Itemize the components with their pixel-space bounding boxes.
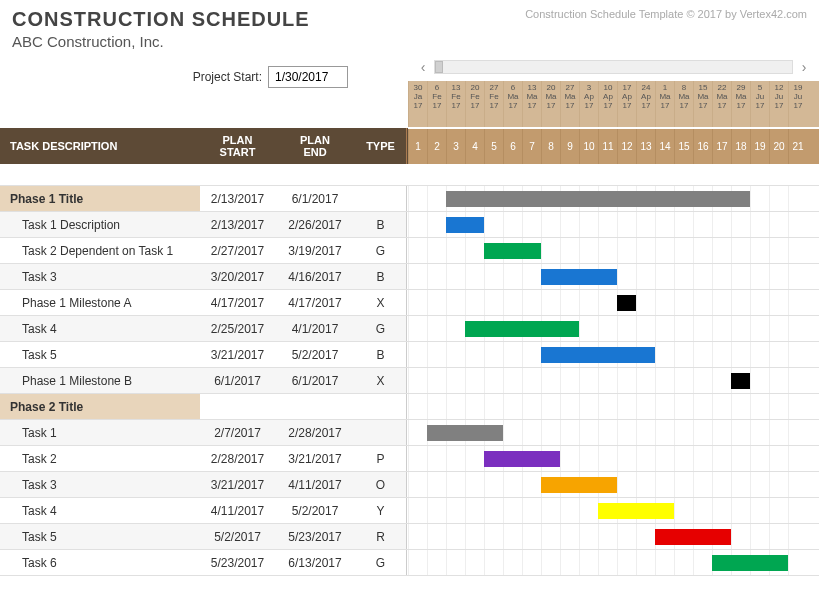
- task-type[interactable]: P: [355, 446, 407, 471]
- task-row[interactable]: Task 33/21/20174/11/2017O: [0, 472, 408, 498]
- task-desc[interactable]: Phase 1 Milestone A: [0, 290, 200, 315]
- gantt-bar[interactable]: [598, 503, 674, 519]
- task-desc[interactable]: Task 6: [0, 550, 200, 575]
- task-start[interactable]: 3/20/2017: [200, 264, 275, 289]
- task-type[interactable]: G: [355, 550, 407, 575]
- task-type[interactable]: [355, 186, 407, 211]
- col-header-desc: TASK DESCRIPTION: [0, 128, 200, 164]
- task-end[interactable]: 2/28/2017: [275, 420, 355, 445]
- task-start[interactable]: 2/13/2017: [200, 186, 275, 211]
- task-type[interactable]: Y: [355, 498, 407, 523]
- gantt-bar[interactable]: [731, 373, 750, 389]
- task-desc[interactable]: Task 1 Description: [0, 212, 200, 237]
- task-start[interactable]: 2/25/2017: [200, 316, 275, 341]
- task-type[interactable]: B: [355, 264, 407, 289]
- task-type[interactable]: [355, 394, 407, 419]
- gantt-bar[interactable]: [446, 217, 484, 233]
- task-desc[interactable]: Task 2: [0, 446, 200, 471]
- task-row[interactable]: Task 65/23/20176/13/2017G: [0, 550, 408, 576]
- task-end[interactable]: 5/23/2017: [275, 524, 355, 549]
- horizontal-scrollbar[interactable]: ‹ ›: [408, 54, 819, 80]
- task-row[interactable]: Task 1 Description2/13/20172/26/2017B: [0, 212, 408, 238]
- phase-row[interactable]: Phase 2 Title: [0, 394, 408, 420]
- task-start[interactable]: 4/11/2017: [200, 498, 275, 523]
- task-type[interactable]: G: [355, 238, 407, 263]
- scroll-thumb[interactable]: [435, 61, 443, 73]
- gantt-bar[interactable]: [484, 243, 541, 259]
- gantt-bar[interactable]: [484, 451, 560, 467]
- task-row[interactable]: Task 12/7/20172/28/2017: [0, 420, 408, 446]
- gantt-bar[interactable]: [617, 295, 636, 311]
- task-start[interactable]: 3/21/2017: [200, 472, 275, 497]
- gantt-bar[interactable]: [655, 529, 731, 545]
- scroll-left-icon[interactable]: ‹: [414, 58, 432, 76]
- gantt-bar[interactable]: [712, 555, 788, 571]
- task-type[interactable]: G: [355, 316, 407, 341]
- phase-row[interactable]: Phase 1 Title2/13/20176/1/2017: [0, 186, 408, 212]
- task-end[interactable]: 6/1/2017: [275, 368, 355, 393]
- task-end[interactable]: 6/13/2017: [275, 550, 355, 575]
- task-desc[interactable]: Task 1: [0, 420, 200, 445]
- task-start[interactable]: 6/1/2017: [200, 368, 275, 393]
- task-end[interactable]: 4/11/2017: [275, 472, 355, 497]
- gantt-bar[interactable]: [541, 269, 617, 285]
- task-type[interactable]: X: [355, 368, 407, 393]
- task-desc[interactable]: Phase 2 Title: [0, 394, 200, 419]
- task-desc[interactable]: Phase 1 Title: [0, 186, 200, 211]
- task-desc[interactable]: Task 4: [0, 498, 200, 523]
- task-start[interactable]: 2/27/2017: [200, 238, 275, 263]
- task-row[interactable]: Phase 1 Milestone A4/17/20174/17/2017X: [0, 290, 408, 316]
- task-desc[interactable]: Task 5: [0, 524, 200, 549]
- task-type[interactable]: B: [355, 212, 407, 237]
- task-end[interactable]: 3/21/2017: [275, 446, 355, 471]
- task-row[interactable]: Task 33/20/20174/16/2017B: [0, 264, 408, 290]
- gantt-cell: [750, 290, 769, 315]
- task-row[interactable]: Task 2 Dependent on Task 12/27/20173/19/…: [0, 238, 408, 264]
- task-start[interactable]: 4/17/2017: [200, 290, 275, 315]
- scroll-track[interactable]: [434, 60, 793, 74]
- task-row[interactable]: Phase 1 Milestone B6/1/20176/1/2017X: [0, 368, 408, 394]
- task-desc[interactable]: Task 3: [0, 472, 200, 497]
- task-start[interactable]: [200, 394, 275, 419]
- task-type[interactable]: B: [355, 342, 407, 367]
- gantt-cell: [655, 290, 674, 315]
- task-desc[interactable]: Task 2 Dependent on Task 1: [0, 238, 200, 263]
- task-type[interactable]: [355, 420, 407, 445]
- task-end[interactable]: 3/19/2017: [275, 238, 355, 263]
- task-end[interactable]: 5/2/2017: [275, 498, 355, 523]
- task-start[interactable]: 5/2/2017: [200, 524, 275, 549]
- gantt-bar[interactable]: [446, 191, 750, 207]
- task-type[interactable]: X: [355, 290, 407, 315]
- task-end[interactable]: 6/1/2017: [275, 186, 355, 211]
- task-type[interactable]: O: [355, 472, 407, 497]
- task-end[interactable]: [275, 394, 355, 419]
- task-start[interactable]: 2/13/2017: [200, 212, 275, 237]
- task-end[interactable]: 4/17/2017: [275, 290, 355, 315]
- task-end[interactable]: 4/1/2017: [275, 316, 355, 341]
- task-start[interactable]: 2/7/2017: [200, 420, 275, 445]
- project-start-input[interactable]: [268, 66, 348, 88]
- task-start[interactable]: 5/23/2017: [200, 550, 275, 575]
- task-end[interactable]: 4/16/2017: [275, 264, 355, 289]
- gantt-bar[interactable]: [541, 477, 617, 493]
- task-desc[interactable]: Task 3: [0, 264, 200, 289]
- task-row[interactable]: Task 22/28/20173/21/2017P: [0, 446, 408, 472]
- gantt-cell: [560, 238, 579, 263]
- gantt-bar[interactable]: [541, 347, 655, 363]
- gantt-cell: [522, 498, 541, 523]
- task-row[interactable]: Task 42/25/20174/1/2017G: [0, 316, 408, 342]
- task-desc[interactable]: Phase 1 Milestone B: [0, 368, 200, 393]
- task-desc[interactable]: Task 5: [0, 342, 200, 367]
- gantt-bar[interactable]: [427, 425, 503, 441]
- scroll-right-icon[interactable]: ›: [795, 58, 813, 76]
- task-row[interactable]: Task 44/11/20175/2/2017Y: [0, 498, 408, 524]
- task-desc[interactable]: Task 4: [0, 316, 200, 341]
- task-start[interactable]: 3/21/2017: [200, 342, 275, 367]
- task-type[interactable]: R: [355, 524, 407, 549]
- task-end[interactable]: 2/26/2017: [275, 212, 355, 237]
- task-row[interactable]: Task 55/2/20175/23/2017R: [0, 524, 408, 550]
- task-start[interactable]: 2/28/2017: [200, 446, 275, 471]
- gantt-bar[interactable]: [465, 321, 579, 337]
- task-row[interactable]: Task 53/21/20175/2/2017B: [0, 342, 408, 368]
- task-end[interactable]: 5/2/2017: [275, 342, 355, 367]
